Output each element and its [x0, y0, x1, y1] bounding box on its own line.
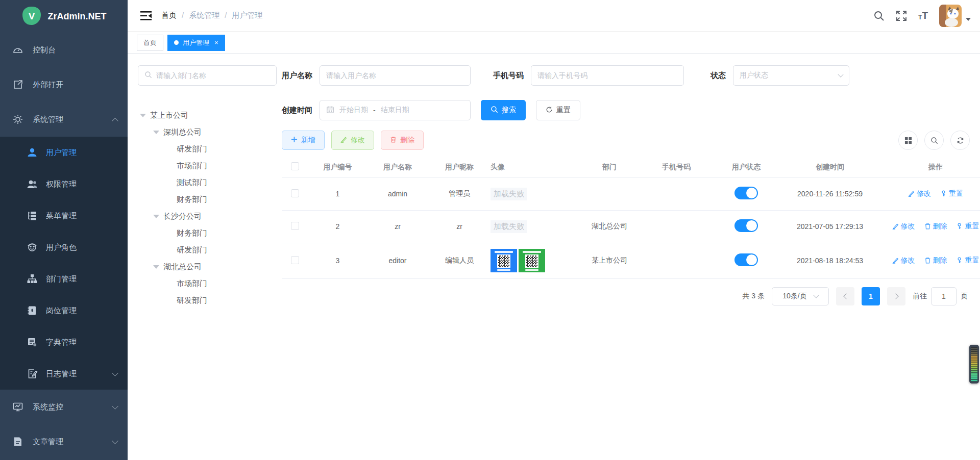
columns-toggle-button[interactable]: [898, 131, 918, 150]
status-select[interactable]: 用户状态: [733, 65, 849, 86]
refresh-table-button[interactable]: [950, 131, 970, 150]
sidebar-item-dept-mgmt[interactable]: 部门管理: [0, 263, 128, 295]
close-icon[interactable]: [214, 39, 218, 46]
tree-node[interactable]: 某上市公司: [138, 107, 277, 124]
tree-node[interactable]: 研发部门: [138, 292, 277, 309]
col-dept: 部门: [576, 157, 643, 177]
show-search-button[interactable]: [924, 131, 944, 150]
font-size-icon[interactable]: [918, 11, 928, 20]
caret-down-icon[interactable]: [153, 265, 159, 269]
reset-button[interactable]: 重置: [536, 100, 580, 120]
caret-down-icon[interactable]: [153, 131, 159, 134]
tree-node[interactable]: 市场部门: [138, 158, 277, 174]
edit-button[interactable]: 修改: [331, 131, 374, 150]
date-range-picker[interactable]: 开始日期 - 结束日期: [320, 100, 471, 120]
tree-node[interactable]: 湖北总公司: [138, 259, 277, 275]
delete-button[interactable]: 删除: [381, 131, 424, 150]
sidebar-item-menu-mgmt[interactable]: 菜单管理: [0, 200, 128, 232]
cell-created: 2020-11-26 11:52:59: [782, 177, 877, 210]
avatar[interactable]: [939, 5, 962, 27]
sidebar-item-system[interactable]: 系统管理: [0, 102, 128, 137]
sidebar-item-dashboard[interactable]: 控制台: [0, 33, 128, 67]
tree-node-label: 某上市公司: [150, 111, 188, 120]
cell-phone: [643, 243, 710, 278]
tree-node[interactable]: 测试部门: [138, 174, 277, 191]
sidebar-submenu-system: 用户管理 权限管理 菜单管理 用户角色: [0, 137, 128, 390]
sidebar-item-user-role[interactable]: 用户角色: [0, 232, 128, 263]
fullscreen-icon[interactable]: [896, 10, 907, 21]
sidebar-item-monitor[interactable]: 系统监控: [0, 390, 128, 424]
col-created: 创建时间: [782, 157, 877, 177]
tree-node-label: 研发部门: [177, 144, 207, 154]
sidebar-item-post-mgmt[interactable]: 岗位管理: [0, 295, 128, 326]
user-menu[interactable]: [939, 5, 971, 27]
tree-node[interactable]: 财务部门: [138, 225, 277, 242]
gear-icon: [12, 114, 23, 125]
sidebar-item-label: 控制台: [33, 45, 117, 55]
col-actions: 操作: [877, 157, 980, 177]
row-reset-pwd-link[interactable]: 重置: [940, 189, 963, 198]
add-button[interactable]: 新增: [282, 131, 325, 150]
prev-page-button[interactable]: [836, 287, 854, 305]
sidebar-toggle-icon[interactable]: [140, 10, 152, 21]
users-icon: [27, 178, 38, 190]
row-edit-link[interactable]: 修改: [892, 256, 915, 265]
row-reset-pwd-link[interactable]: 重置: [956, 222, 979, 231]
tree-node[interactable]: 长沙分公司: [138, 208, 277, 225]
search-icon[interactable]: [873, 10, 885, 21]
row-checkbox[interactable]: [291, 256, 299, 264]
chevron-down-icon: [112, 403, 118, 410]
sidebar-item-perm-mgmt[interactable]: 权限管理: [0, 168, 128, 200]
search-button[interactable]: 搜索: [481, 100, 526, 120]
sidebar-item-log-mgmt[interactable]: 日志管理: [0, 358, 128, 390]
row-edit-link[interactable]: 修改: [892, 222, 915, 231]
sidebar-item-label: 系统管理: [33, 115, 113, 124]
pagination-total: 共 3 条: [742, 292, 765, 301]
sidebar-item-article[interactable]: 文章管理: [0, 424, 128, 459]
select-all-checkbox[interactable]: [291, 162, 299, 170]
status-toggle[interactable]: [734, 219, 758, 232]
caret-down-icon[interactable]: [140, 114, 146, 117]
breadcrumb-home[interactable]: 首页: [161, 11, 177, 20]
sidebar-item-label: 文章管理: [33, 437, 113, 447]
article-icon: [12, 436, 23, 447]
breadcrumb-system: 系统管理: [177, 11, 219, 20]
tree-node-label: 市场部门: [177, 279, 207, 289]
next-page-button[interactable]: [887, 287, 905, 305]
cell-dept: [576, 177, 643, 210]
row-edit-link[interactable]: 修改: [908, 189, 931, 198]
status-toggle[interactable]: [734, 187, 758, 199]
tree-node[interactable]: 研发部门: [138, 141, 277, 158]
page-number-1[interactable]: 1: [862, 287, 880, 305]
sidebar-item-label: 用户管理: [46, 148, 117, 158]
tab-home[interactable]: 首页: [137, 35, 163, 51]
status-toggle[interactable]: [734, 253, 758, 266]
row-checkbox[interactable]: [291, 189, 299, 197]
chevron-down-icon: [112, 370, 118, 376]
caret-down-icon[interactable]: [153, 215, 159, 218]
row-delete-link[interactable]: 删除: [924, 222, 947, 231]
tree-node[interactable]: 研发部门: [138, 242, 277, 259]
tree-node[interactable]: 深圳总公司: [138, 124, 277, 141]
tree-node[interactable]: 财务部门: [138, 191, 277, 208]
tree-node-label: 研发部门: [177, 296, 207, 305]
username-input[interactable]: [326, 71, 464, 80]
sidebar-item-external[interactable]: 外部打开: [0, 67, 128, 102]
cell-user-id: 2: [308, 210, 367, 243]
sidebar-item-user-mgmt[interactable]: 用户管理: [0, 137, 128, 168]
row-delete-link[interactable]: 删除: [924, 256, 947, 265]
phone-input[interactable]: [537, 71, 677, 80]
row-checkbox[interactable]: [291, 222, 299, 230]
row-reset-pwd-link[interactable]: 重置: [956, 256, 979, 265]
avatar-load-failed: 加载失败: [491, 220, 527, 233]
goto-unit: 页: [961, 292, 968, 301]
edge-indicator-widget: [969, 345, 979, 384]
goto-page-input[interactable]: [931, 287, 957, 305]
table-row: 2 zr zr 加载失败 湖北总公司 2021-07-05 17:29:13: [282, 210, 980, 243]
tree-node[interactable]: 市场部门: [138, 275, 277, 292]
page-size-select[interactable]: 10条/页: [772, 287, 829, 305]
dept-search-input[interactable]: [156, 71, 270, 80]
sidebar-item-dict-mgmt[interactable]: 字典管理: [0, 326, 128, 358]
tab-user-mgmt[interactable]: 用户管理: [167, 35, 225, 51]
logo[interactable]: V ZrAdmin.NET: [0, 0, 128, 33]
